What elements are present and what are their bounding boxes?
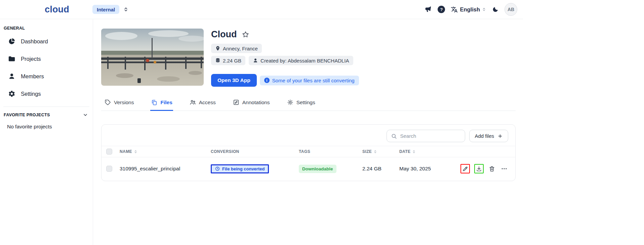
column-header-tags: TAGS (299, 149, 362, 154)
location-badge: Annecy, France (211, 44, 262, 53)
language-label: English (460, 6, 480, 13)
folder-icon (8, 55, 15, 63)
project-thumbnail (101, 29, 204, 86)
annotation-icon (233, 99, 239, 106)
tag-downloadable: Downloadable (299, 165, 336, 173)
search-icon (391, 133, 397, 139)
ellipsis-icon (501, 165, 508, 172)
favorites-empty-text: No favorite projects (3, 118, 89, 130)
project-title: Cloud (211, 29, 237, 40)
unfold-icon (123, 7, 128, 12)
unfold-icon (482, 7, 486, 11)
gear-icon (8, 90, 15, 97)
help-button[interactable]: ? (438, 6, 445, 13)
open-3d-app-button[interactable]: Open 3D App (211, 74, 257, 87)
select-all-checkbox[interactable] (106, 149, 112, 155)
add-files-label: Add files (475, 133, 494, 139)
gear-icon (287, 99, 293, 106)
workspace-badge[interactable]: Internal (92, 5, 119, 14)
language-selector[interactable]: English (451, 6, 486, 13)
project-info: Cloud Annecy, France (211, 29, 359, 87)
sidebar-nav: Dashboard Projects Members (3, 33, 89, 102)
tab-label: Versions (114, 99, 134, 106)
files-panel: Add files NAME (101, 124, 516, 181)
tab-label: Access (199, 99, 216, 106)
favorite-star-button[interactable] (242, 31, 249, 38)
created-by-badge: Created by: Abdessalam BENCHADLIA (249, 56, 353, 65)
column-header-size[interactable]: SIZE (362, 149, 399, 154)
sidebar-item-label: Dashboard (21, 38, 48, 45)
tab-files[interactable]: Files (150, 95, 173, 111)
tab-label: Files (160, 99, 172, 106)
project-header: Cloud Annecy, France (101, 29, 516, 87)
pie-chart-icon (8, 38, 15, 45)
table-header: NAME CONVERSION TAGS SIZE (102, 146, 515, 157)
sidebar-item-label: Projects (21, 56, 41, 62)
files-icon (151, 99, 157, 106)
dark-mode-toggle[interactable] (492, 6, 499, 13)
search-input[interactable] (400, 133, 461, 139)
add-files-button[interactable]: Add files (469, 130, 508, 142)
person-icon (253, 58, 258, 63)
app-logo[interactable]: cloud (45, 4, 69, 15)
workspace-switcher-button[interactable] (123, 7, 128, 12)
row-checkbox[interactable] (106, 166, 112, 172)
download-icon (476, 166, 482, 172)
tab-bar: Versions Files Access (101, 95, 516, 111)
topbar: cloud Internal ? English (0, 0, 523, 19)
tab-settings[interactable]: Settings (286, 95, 316, 111)
delete-button[interactable] (488, 165, 496, 173)
star-icon (242, 31, 249, 38)
favorites-section-label: FAVORITE PROJECTS (4, 113, 50, 117)
database-icon (215, 58, 220, 63)
clock-icon (215, 166, 220, 171)
sidebar-item-members[interactable]: Members (3, 68, 89, 84)
sort-icon (373, 150, 377, 154)
conversion-status-badge: File being converted (211, 164, 269, 173)
location-pin-icon (215, 46, 220, 51)
sidebar-divider (3, 107, 89, 107)
tag-icon (105, 99, 111, 106)
edit-button[interactable] (460, 164, 470, 173)
favorites-section-header[interactable]: FAVORITE PROJECTS (3, 112, 89, 118)
moon-icon (492, 6, 499, 13)
tab-annotations[interactable]: Annotations (232, 95, 271, 111)
column-header-date[interactable]: DATE (399, 149, 508, 154)
announcements-button[interactable] (425, 6, 432, 13)
main-content: Cloud Annecy, France (93, 19, 523, 245)
table-row: 310995_escalier_principal File being con… (102, 157, 515, 180)
files-toolbar: Add files (102, 125, 515, 146)
file-search (387, 130, 465, 142)
sidebar-item-label: Settings (21, 91, 41, 97)
project-size-text: 2.24 GB (223, 58, 241, 64)
row-actions (460, 164, 515, 173)
translate-icon (451, 6, 458, 13)
tab-label: Settings (296, 99, 315, 106)
location-text: Annecy, France (223, 46, 258, 51)
sidebar-item-label: Members (21, 73, 44, 80)
app-window: cloud Internal ? English (0, 0, 523, 245)
sidebar-item-dashboard[interactable]: Dashboard (3, 33, 89, 49)
file-date: May 30, 2025 (399, 166, 431, 172)
sort-icon (134, 150, 137, 154)
thumbnail-image (101, 29, 204, 86)
tab-versions[interactable]: Versions (104, 95, 134, 111)
sidebar-item-settings[interactable]: Settings (3, 86, 89, 102)
project-size-badge: 2.24 GB (211, 56, 245, 65)
avatar[interactable]: AB (505, 3, 517, 16)
info-icon: i (264, 78, 270, 83)
converting-notice: i Some of your files are still convertin… (260, 76, 359, 85)
plus-icon (497, 133, 503, 139)
trash-icon (489, 166, 495, 172)
sidebar: GENERAL Dashboard Projects (0, 19, 93, 245)
more-options-button[interactable] (500, 165, 508, 173)
pencil-icon (462, 166, 468, 172)
megaphone-icon (425, 6, 432, 13)
download-button[interactable] (474, 164, 484, 173)
chevron-down-icon (83, 112, 88, 118)
users-icon (190, 99, 196, 106)
converting-notice-text: Some of your files are still converting (272, 78, 355, 83)
column-header-name[interactable]: NAME (120, 149, 211, 154)
sidebar-item-projects[interactable]: Projects (3, 51, 89, 67)
tab-access[interactable]: Access (189, 95, 216, 111)
